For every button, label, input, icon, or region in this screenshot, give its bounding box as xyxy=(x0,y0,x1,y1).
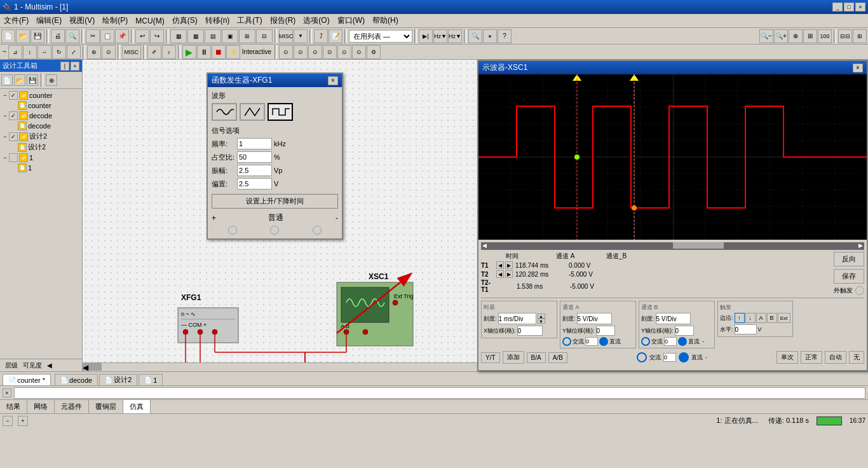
fg-freq-input[interactable] xyxy=(237,138,272,149)
zoom-in-btn[interactable]: 🔍+ xyxy=(774,29,788,43)
menu-edit[interactable]: 编辑(E) xyxy=(32,14,65,27)
edge-B-btn[interactable]: B xyxy=(767,313,777,323)
visibility-tab[interactable]: 可见度 xyxy=(20,361,44,370)
osc-save-button[interactable]: 保存 xyxy=(834,269,864,284)
comp-btn1[interactable]: ⊿ xyxy=(8,45,22,59)
play-btn[interactable]: ▶ xyxy=(182,45,196,59)
cut-button[interactable]: ✂ xyxy=(86,29,100,43)
comp-btn5[interactable]: ⤢ xyxy=(67,45,81,59)
fg-offset-input[interactable] xyxy=(237,178,272,189)
comp-btn3[interactable]: ↔ xyxy=(37,45,51,59)
tab-design2[interactable]: 📄 设计2 xyxy=(99,374,137,385)
layer-tab[interactable]: 层级 xyxy=(3,361,20,370)
osc-ba-button[interactable]: B/A xyxy=(527,352,546,363)
tile-v-btn[interactable]: ⊞ xyxy=(853,29,867,43)
search-btn[interactable]: 🔍 xyxy=(468,29,482,43)
osc-chB-coupling-input[interactable] xyxy=(664,337,677,346)
spread-expand-btn[interactable]: × xyxy=(3,389,11,397)
edge-rising-btn[interactable]: ↑ xyxy=(735,313,745,323)
tile-h-btn[interactable]: ⊟⊟ xyxy=(838,29,852,43)
tab-counter-item[interactable]: 📄 counter * xyxy=(3,374,51,385)
t2-right-btn[interactable]: ▶ xyxy=(505,270,513,278)
menu-file[interactable]: 文件(F) xyxy=(0,14,32,27)
maximize-button[interactable]: □ xyxy=(844,3,854,11)
sim-ctrl3[interactable]: ⊙ xyxy=(308,45,322,59)
osc-chB-yoffset-input[interactable] xyxy=(675,326,694,336)
osc-exttrig-radio[interactable] xyxy=(855,286,864,295)
menu-options[interactable]: 选项(O) xyxy=(299,14,333,27)
tree-design2-child[interactable]: 📄 设计2 xyxy=(1,142,81,153)
sim-ctrl2[interactable]: ⊙ xyxy=(294,45,308,59)
tree-decode-child[interactable]: 📄 decode xyxy=(1,121,81,131)
menu-reports[interactable]: 报告(R) xyxy=(266,14,300,27)
misc-btn2[interactable]: ▼ xyxy=(294,29,308,43)
menu-tools[interactable]: 工具(T) xyxy=(233,14,266,27)
osc-chA-ac-radio[interactable] xyxy=(562,337,571,346)
misc-btn[interactable]: MISC xyxy=(279,29,293,43)
osc-yt-button[interactable]: Y/T xyxy=(481,352,500,363)
osc-chB-ac-radio[interactable] xyxy=(641,337,650,346)
menu-window[interactable]: 窗口(W) xyxy=(334,14,369,27)
bottom-tab-network[interactable]: 网络 xyxy=(27,400,55,413)
spreadsheet-input[interactable] xyxy=(14,387,865,399)
menu-mcu[interactable]: MCU(M) xyxy=(132,15,168,27)
menu-draw[interactable]: 绘制(P) xyxy=(98,14,132,27)
paste-button[interactable]: 📌 xyxy=(115,29,129,43)
print-preview[interactable]: 🔍 xyxy=(65,29,79,43)
tab-1[interactable]: 📄 1 xyxy=(139,374,163,385)
osc-chA-coupling-radio[interactable] xyxy=(637,352,647,362)
undo-button[interactable]: ↩ xyxy=(135,29,149,43)
osc-scroll[interactable]: ◀ ▶ xyxy=(481,242,864,250)
osc-chA-yoffset-input[interactable] xyxy=(596,326,615,336)
menu-sim[interactable]: 仿真(S) xyxy=(168,14,201,27)
sidebar-expand[interactable]: ◀ xyxy=(44,362,55,369)
osc-xoffset-input[interactable] xyxy=(517,326,543,336)
osc-single-btn[interactable]: 单次 xyxy=(776,351,798,364)
tab-decode[interactable]: 📄 decode xyxy=(55,374,98,385)
comp-btn9[interactable]: ✐ xyxy=(147,45,161,59)
pause-btn[interactable]: ⏸ xyxy=(197,45,211,59)
sim-freq-btn[interactable]: Hz▼ xyxy=(433,29,447,43)
menu-help[interactable]: 帮助(H) xyxy=(369,14,402,27)
stop-btn[interactable]: ⏹ xyxy=(212,45,226,59)
redo-button[interactable]: ↪ xyxy=(150,29,164,43)
osc-timebase-scale-input[interactable] xyxy=(498,313,536,324)
fg-amp-input[interactable] xyxy=(237,165,272,176)
edge-ext-btn[interactable]: Ext xyxy=(778,313,790,323)
bottom-tab-sim[interactable]: 仿真 xyxy=(123,400,151,413)
osc-normal-btn[interactable]: 正常 xyxy=(801,351,822,364)
close-button[interactable]: × xyxy=(855,3,865,11)
zoom-100-btn[interactable]: 100 xyxy=(818,29,832,43)
toolbox-btn4[interactable]: ⊕ xyxy=(46,74,57,86)
osc-auto-btn[interactable]: 自动 xyxy=(825,351,846,364)
osc-coupling-val2[interactable] xyxy=(663,353,676,362)
tree-counter-expand[interactable]: − ✓ 📁 counter xyxy=(1,90,81,100)
osc-none-btn[interactable]: 无 xyxy=(849,351,864,364)
osc-close-button[interactable]: × xyxy=(853,64,863,72)
note-btn[interactable]: 📝 xyxy=(329,29,342,43)
open-design-btn[interactable]: 📂 xyxy=(14,74,25,86)
status-plus-btn[interactable]: + xyxy=(18,416,28,426)
sim-ctrl4[interactable]: ⊙ xyxy=(323,45,337,59)
grid-btn4[interactable]: ▣ xyxy=(222,29,238,43)
toolbox-pin[interactable]: | xyxy=(60,62,69,71)
t1-left-btn[interactable]: ◀ xyxy=(496,261,504,269)
save-design-btn[interactable]: 💾 xyxy=(27,74,38,86)
fg-knob3[interactable] xyxy=(313,226,322,235)
sim-ctrl5[interactable]: ⊙ xyxy=(337,45,351,59)
copy-button[interactable]: 📋 xyxy=(100,29,114,43)
osc-chA-coupling-input[interactable] xyxy=(585,337,598,346)
osc-chB-dc-radio[interactable] xyxy=(678,337,687,346)
grid-btn1[interactable]: ▦ xyxy=(170,29,187,43)
sim-freq2[interactable]: Hz▼ xyxy=(448,29,462,43)
tree-design2-expand[interactable]: − ✓ 📁 设计2 xyxy=(1,131,81,142)
interactive-btn[interactable]: ⚡ xyxy=(226,45,240,59)
osc-chA-dc-radio[interactable] xyxy=(599,337,608,346)
comp-btn8[interactable]: MISC xyxy=(122,45,141,59)
tree-1-expand[interactable]: − 📁 1 xyxy=(1,153,81,163)
tab-counter[interactable]: 📄 counter * xyxy=(3,374,52,385)
sim-ctrl6[interactable]: ⊙ xyxy=(352,45,366,59)
fg-duty-input[interactable] xyxy=(237,151,272,163)
scale-down-btn[interactable]: ▼ xyxy=(538,319,545,324)
tree-decode-expand[interactable]: − ✓ 📁 decode xyxy=(1,111,81,121)
